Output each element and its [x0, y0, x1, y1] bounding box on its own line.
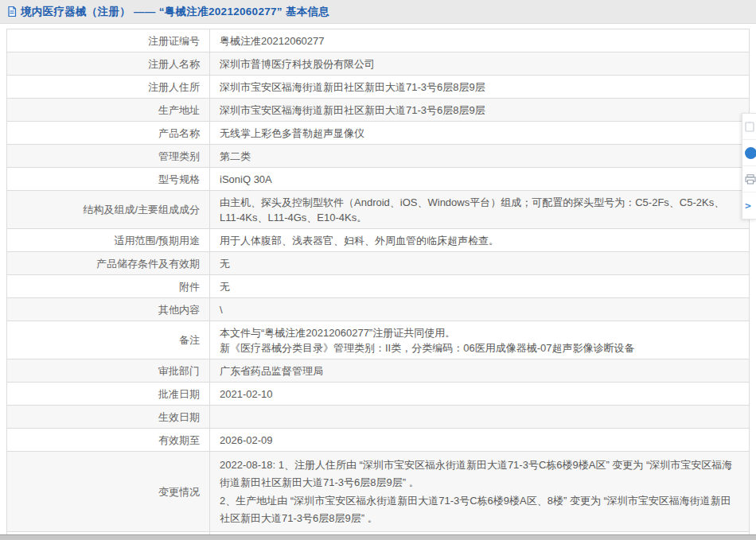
row-value: 粤械注准20212060277	[210, 29, 749, 52]
row-label: 其他内容	[7, 298, 210, 321]
row-value: 无	[210, 275, 749, 297]
row-value: \	[210, 298, 749, 321]
value-line: 深圳市普博医疗科技股份有限公司	[220, 56, 738, 72]
row-label: 审批部门	[7, 359, 210, 382]
value-line: 由主机、探头及控制型软件（Android、iOS、Windows平台）组成；可配…	[220, 195, 738, 225]
table-row: 型号规格 iSoniQ 30A	[7, 168, 749, 191]
row-label: 生效日期	[7, 406, 210, 428]
value-line: 2021-02-10	[220, 387, 738, 402]
table-row: 管理类别 第二类	[7, 145, 749, 168]
value-line: 2026-02-09	[220, 433, 738, 448]
row-value: 无	[210, 252, 749, 274]
value-line: 深圳市宝安区福海街道新田社区新田大道71-3号6层8层9层	[220, 80, 738, 95]
page-title: 境内医疗器械（注册） —— “粤械注准20212060277” 基本信息	[21, 5, 329, 19]
share-circle-glyph	[745, 147, 756, 159]
row-value: 深圳市宝安区福海街道新田社区新田大道71-3号6层8层9层	[210, 99, 749, 121]
table-row: 其他内容 \	[7, 298, 749, 321]
row-label: 产品名称	[7, 122, 210, 144]
row-label: 型号规格	[7, 168, 210, 190]
table-row: 批准日期 2021-02-10	[7, 383, 749, 406]
document-icon	[6, 6, 18, 17]
row-label: 适用范围/预期用途	[7, 229, 210, 251]
value-line: 广东省药品监督管理局	[220, 363, 738, 379]
row-value: 本文件与“粤械注准20212060277”注册证共同使用。新《医疗器械分类目录》…	[210, 321, 749, 359]
row-value: 用于人体腹部、浅表器官、妇科、外周血管的临床超声检查。	[210, 229, 749, 251]
chevron-glyph: >	[745, 200, 751, 212]
table-row: 产品名称 无线掌上彩色多普勒超声显像仪	[7, 122, 749, 145]
table-row: 有效期至 2026-02-09	[7, 429, 749, 452]
row-label: 备注	[7, 321, 210, 359]
table-row: 变更情况 2022-08-18: 1、注册人住所由 “深圳市宝安区福永街道新田大…	[7, 452, 749, 532]
table-row: 生效日期	[7, 406, 749, 429]
title-bar: 境内医疗器械（注册） —— “粤械注准20212060277” 基本信息	[0, 0, 756, 24]
row-label: 附件	[7, 275, 210, 297]
row-value: iSoniQ 30A	[210, 168, 749, 190]
table-row: 注册人住所 深圳市宝安区福海街道新田社区新田大道71-3号6层8层9层	[7, 76, 749, 99]
row-value: 2022-08-18: 1、注册人住所由 “深圳市宝安区福永街道新田大道71-3…	[210, 452, 749, 531]
row-value: 广东省药品监督管理局	[210, 359, 749, 382]
value-line: 用于人体腹部、浅表器官、妇科、外周血管的临床超声检查。	[220, 233, 738, 248]
table-row: 注册人名称 深圳市普博医疗科技股份有限公司	[7, 52, 749, 76]
row-label: 变更情况	[7, 452, 210, 531]
value-line: 无	[220, 279, 738, 294]
table-row: 生产地址 深圳市宝安区福海街道新田社区新田大道71-3号6层8层9层	[7, 99, 749, 122]
row-value	[210, 406, 749, 428]
row-label: 注册证编号	[7, 29, 210, 52]
value-line: 新《医疗器械分类目录》管理类别：II类，分类编码：06医用成像器械-07超声影像…	[220, 340, 738, 355]
row-label: 批准日期	[7, 383, 210, 405]
value-line: 2、生产地址由 “深圳市宝安区福永街道新田大道71-3号C栋6楼9楼A区、8楼”…	[220, 492, 738, 527]
bottom-edge	[0, 534, 756, 540]
table-row: 适用范围/预期用途 用于人体腹部、浅表器官、妇科、外周血管的临床超声检查。	[7, 229, 749, 252]
value-line: 深圳市宝安区福海街道新田社区新田大道71-3号6层8层9层	[220, 103, 738, 118]
table-row: 审批部门 广东省药品监督管理局	[7, 359, 749, 383]
row-label: 有效期至	[7, 429, 210, 451]
row-value: 2026-02-09	[210, 429, 749, 451]
chevron-right-icon[interactable]: >	[742, 192, 756, 219]
info-table: 注册证编号 粤械注准20212060277 注册人名称 深圳市普博医疗科技股份有…	[6, 29, 750, 540]
table-row: 附件 无	[7, 275, 749, 298]
info-table-body: 注册证编号 粤械注准20212060277 注册人名称 深圳市普博医疗科技股份有…	[7, 29, 749, 540]
table-row: 结构及组成/主要组成成分 由主机、探头及控制型软件（Android、iOS、Wi…	[7, 191, 749, 229]
share-circle-icon[interactable]	[742, 140, 756, 166]
value-line: 本文件与“粤械注准20212060277”注册证共同使用。	[220, 325, 738, 340]
value-line	[220, 410, 738, 425]
row-value: 2021-02-10	[210, 383, 749, 405]
value-line: \	[220, 302, 738, 317]
clipboard-icon[interactable]	[742, 114, 756, 140]
row-label: 注册人住所	[7, 76, 210, 98]
row-label: 管理类别	[7, 145, 210, 167]
value-line: 第二类	[220, 149, 738, 164]
row-value: 深圳市宝安区福海街道新田社区新田大道71-3号6层8层9层	[210, 76, 749, 98]
table-row: 备注 本文件与“粤械注准20212060277”注册证共同使用。新《医疗器械分类…	[7, 321, 749, 359]
floating-toolbar: >	[742, 113, 756, 219]
row-label: 生产地址	[7, 99, 210, 121]
value-line: iSoniQ 30A	[220, 172, 738, 187]
value-line: 粤械注准20212060277	[220, 33, 738, 49]
row-value: 由主机、探头及控制型软件（Android、iOS、Windows平台）组成；可配…	[210, 191, 749, 228]
value-line: 无线掌上彩色多普勒超声显像仪	[220, 126, 738, 141]
row-value: 深圳市普博医疗科技股份有限公司	[210, 52, 749, 75]
table-row: 注册证编号 粤械注准20212060277	[7, 29, 749, 52]
row-label: 结构及组成/主要组成成分	[7, 191, 210, 228]
printer-icon[interactable]	[742, 166, 756, 192]
row-value: 第二类	[210, 145, 749, 167]
table-row: 产品储存条件及有效期 无	[7, 252, 749, 275]
value-line: 2022-08-18: 1、注册人住所由 “深圳市宝安区福永街道新田大道71-3…	[220, 456, 738, 491]
value-line: 无	[220, 256, 738, 271]
row-label: 产品储存条件及有效期	[7, 252, 210, 274]
row-label: 注册人名称	[7, 52, 210, 75]
row-value: 无线掌上彩色多普勒超声显像仪	[210, 122, 749, 144]
